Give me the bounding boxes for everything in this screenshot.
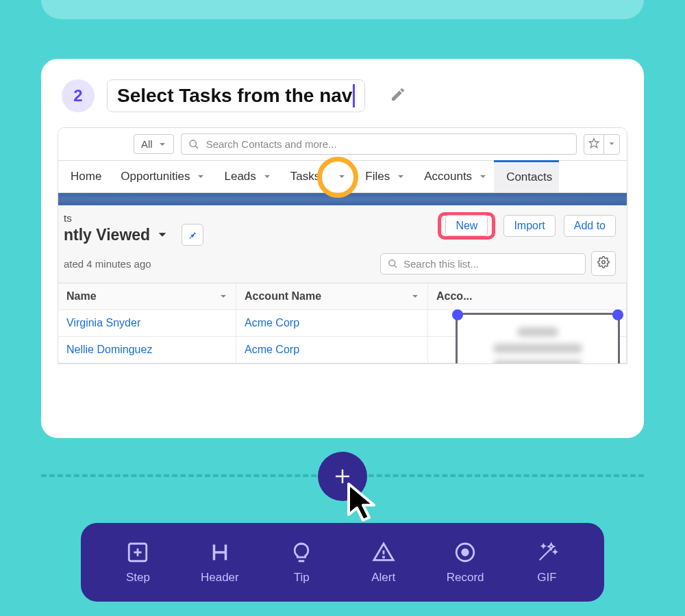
tool-header[interactable]: Header <box>188 541 251 585</box>
object-label: ts <box>64 212 203 224</box>
tool-label: Record <box>447 571 484 585</box>
svg-point-0 <box>190 140 196 146</box>
tool-step[interactable]: Step <box>106 541 169 585</box>
chevron-down-icon <box>197 172 205 181</box>
pencil-icon[interactable] <box>390 86 406 105</box>
pin-button[interactable] <box>182 224 203 246</box>
tool-label: Alert <box>371 571 395 585</box>
tool-label: Header <box>201 571 239 585</box>
search-icon <box>388 259 398 269</box>
chevron-down-icon <box>411 292 419 300</box>
svg-point-3 <box>389 259 395 266</box>
chevron-down-icon <box>158 140 166 149</box>
cell-account[interactable]: Acme Corp <box>236 310 428 336</box>
svg-marker-2 <box>589 138 598 147</box>
chevron-down-icon <box>603 135 619 154</box>
resize-handle-tl[interactable] <box>452 309 463 320</box>
resize-handle-tr[interactable] <box>612 309 623 320</box>
chevron-down-icon <box>479 172 487 181</box>
search-icon <box>188 139 199 150</box>
last-updated-text: ated 4 minutes ago <box>64 258 151 270</box>
column-header-name[interactable]: Name <box>58 283 236 309</box>
column-header-account-extra[interactable]: Acco... <box>428 283 627 309</box>
tool-label: GIF <box>537 571 556 585</box>
tool-tip[interactable]: Tip <box>270 541 333 585</box>
sf-topbar: All Search Contacts and more... <box>58 128 627 161</box>
step-number-badge: 2 <box>62 79 95 112</box>
step-title-text: Select Tasks from the nav <box>117 85 352 107</box>
cell-account[interactable]: Acme Corp <box>236 337 428 363</box>
chevron-down-icon <box>157 229 168 240</box>
tool-record[interactable]: Record <box>434 541 497 585</box>
page-accent-bar <box>41 0 644 19</box>
list-search-input[interactable]: Search this list... <box>380 253 586 274</box>
list-view-header: ts ntly Viewed New Import Add to <box>58 205 627 283</box>
chevron-down-icon <box>263 172 271 181</box>
header-icon <box>208 541 232 564</box>
alert-icon <box>372 541 395 564</box>
svg-line-18 <box>539 548 551 560</box>
svg-point-17 <box>462 549 469 555</box>
star-icon <box>584 135 603 154</box>
list-view-name-dropdown[interactable]: ntly Viewed <box>64 224 203 246</box>
tool-gif[interactable]: GIF <box>516 541 579 585</box>
nav-accounts[interactable]: Accounts <box>412 162 494 192</box>
salesforce-window: All Search Contacts and more... Home Opp… <box>58 127 627 364</box>
search-scope-label: All <box>141 138 153 150</box>
nav-contacts[interactable]: Contacts <box>494 160 559 192</box>
lightbulb-icon <box>290 541 313 564</box>
blurred-content <box>463 320 612 364</box>
new-button-highlight: New <box>438 212 495 240</box>
step-icon <box>126 541 149 564</box>
svg-line-1 <box>195 146 198 149</box>
chevron-down-icon <box>397 172 405 181</box>
nav-leads[interactable]: Leads <box>212 162 277 192</box>
new-button[interactable]: New <box>445 215 488 236</box>
sf-nav: Home Opportunities Leads Tasks Files Acc… <box>58 161 627 193</box>
cell-name[interactable]: Nellie Dominguez <box>58 337 236 363</box>
column-header-account-name[interactable]: Account Name <box>236 283 428 309</box>
decorative-band <box>58 193 627 205</box>
block-type-toolbar: Step Header Tip Alert Record GIF <box>81 523 604 602</box>
step-card: 2 Select Tasks from the nav All Search C… <box>41 59 644 438</box>
magic-wand-icon <box>536 541 559 564</box>
list-settings-button[interactable] <box>591 251 616 276</box>
nav-tasks[interactable]: Tasks <box>278 162 353 192</box>
record-icon <box>453 541 477 564</box>
chevron-down-icon <box>219 292 227 300</box>
nav-opportunities[interactable]: Opportunities <box>108 162 212 192</box>
import-button[interactable]: Import <box>503 215 555 237</box>
global-search-input[interactable]: Search Contacts and more... <box>181 133 577 155</box>
global-search-placeholder: Search Contacts and more... <box>206 138 337 150</box>
cell-name[interactable]: Virginia Snyder <box>58 310 236 336</box>
gear-icon <box>597 256 610 268</box>
step-title-input[interactable]: Select Tasks from the nav <box>107 79 365 112</box>
pin-icon <box>187 229 198 240</box>
tool-label: Tip <box>294 571 310 585</box>
tool-label: Step <box>126 571 150 585</box>
nav-home[interactable]: Home <box>58 162 108 192</box>
add-to-button[interactable]: Add to <box>564 215 616 237</box>
tool-alert[interactable]: Alert <box>352 541 415 585</box>
svg-point-15 <box>383 556 384 557</box>
svg-point-5 <box>602 261 606 264</box>
favorites-button[interactable] <box>584 134 620 155</box>
table-header-row: Name Account Name Acco... <box>58 283 627 310</box>
svg-line-4 <box>394 265 397 268</box>
search-scope-dropdown[interactable]: All <box>134 134 174 154</box>
blur-selection-box[interactable] <box>456 313 620 364</box>
nav-files[interactable]: Files <box>353 162 412 192</box>
chevron-down-icon <box>338 172 346 181</box>
text-cursor <box>353 84 355 107</box>
step-header: 2 Select Tasks from the nav <box>41 79 644 127</box>
